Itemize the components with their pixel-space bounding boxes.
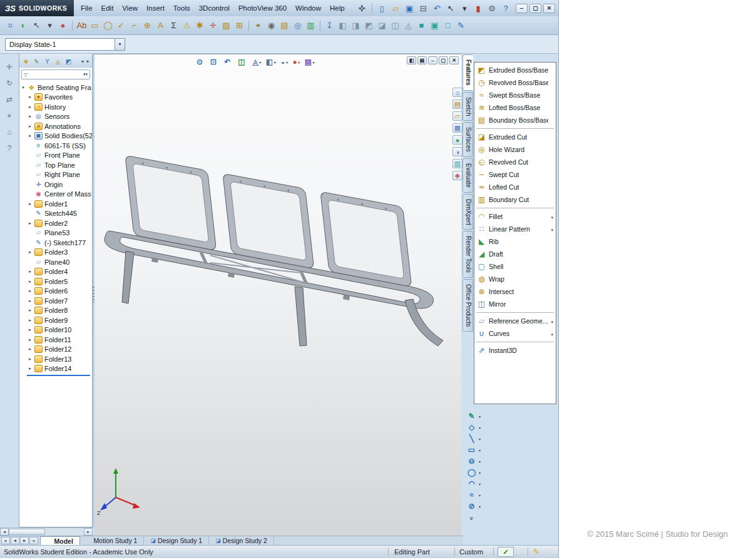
save-icon[interactable]: ▣ <box>403 2 416 15</box>
tree-item[interactable]: ▱ Front Plane <box>19 151 92 161</box>
view-isometric-icon[interactable]: ◬ <box>402 19 415 32</box>
view-front-icon[interactable]: ◧ <box>336 19 349 32</box>
tree-tabs-next-icon[interactable]: ▸ <box>85 59 91 64</box>
tree-item[interactable]: ▸ ◎ Sensors <box>19 112 92 122</box>
command-tab[interactable]: Surfaces <box>462 122 473 156</box>
appearance-sphere-icon[interactable]: ● <box>56 19 69 32</box>
weld-symbol-icon[interactable]: ⌐ <box>128 19 141 32</box>
spell-check-icon[interactable]: Ab <box>75 19 88 32</box>
zoom-icon[interactable]: ⌖ <box>4 110 15 121</box>
feature-command[interactable] <box>474 126 556 131</box>
select-filter-icon[interactable]: ↖ <box>30 19 43 32</box>
feature-command[interactable]: ∼ Swept Cut <box>474 168 556 181</box>
tree-item[interactable]: ▸ Folder1 <box>19 199 92 209</box>
mass-properties-icon[interactable]: ◉ <box>265 19 278 32</box>
design-library-icon[interactable]: ▤ <box>452 99 462 109</box>
feature-command[interactable]: ∷ Linear Pattern <box>474 223 556 235</box>
tree-item[interactable]: ▸ Folder10 <box>19 325 92 335</box>
sketch-grid-icon[interactable]: ⌗ <box>4 19 17 32</box>
flyout-arrow-icon[interactable] <box>551 317 553 325</box>
rebuild-status-icon[interactable]: ✓ <box>498 547 514 557</box>
view-left-icon[interactable]: ◩ <box>362 19 376 32</box>
command-tab[interactable]: Evaluate <box>462 158 473 193</box>
menu-item[interactable]: Insert <box>142 0 169 16</box>
view-palette-icon[interactable]: ▦ <box>452 123 462 133</box>
view-top-icon[interactable]: ◫ <box>389 19 402 32</box>
line-icon[interactable]: ╲ <box>466 434 478 444</box>
shaded-view-icon[interactable]: ■ <box>415 19 428 32</box>
tree-item[interactable]: ▸ Folder12 <box>19 345 92 355</box>
menu-item[interactable]: Edit <box>97 0 118 16</box>
rebuild-icon[interactable]: ▮ <box>472 2 485 15</box>
feature-command[interactable]: ◷ Revolved Boss/Base <box>474 76 556 89</box>
surface-finish-icon[interactable]: ✓ <box>115 19 128 32</box>
rollback-bar[interactable] <box>27 375 90 376</box>
expander-icon[interactable]: ▸ <box>28 201 33 206</box>
menu-item[interactable]: PhotoView 360 <box>234 0 291 16</box>
new-document-icon[interactable]: ▯ <box>376 2 389 15</box>
rectangle-icon[interactable]: ▭ <box>466 445 478 456</box>
expander-icon[interactable]: ▸ <box>28 221 33 226</box>
flyout-arrow-icon[interactable]: ▾ <box>479 425 481 430</box>
spline-icon[interactable]: ≈ <box>466 490 478 501</box>
tree-item[interactable]: ▸ Folder7 <box>19 296 92 306</box>
datum-feature-icon[interactable]: A <box>154 19 167 32</box>
section-properties-icon[interactable]: ▤ <box>278 19 291 32</box>
performance-icon[interactable]: ▥ <box>304 19 317 32</box>
expander-icon[interactable]: ▸ <box>28 288 33 293</box>
section-view-icon[interactable]: ◫▾ <box>236 56 249 68</box>
expander-icon[interactable]: ▸ <box>28 269 33 274</box>
appearances-icon[interactable]: ● <box>452 135 462 145</box>
command-tab[interactable]: Sketch <box>462 92 473 121</box>
display-style-icon[interactable]: ◧▾ <box>264 56 277 68</box>
expander-icon[interactable]: ▸ <box>28 366 33 371</box>
feature-command[interactable]: ▤ Boundary Boss/Base <box>474 114 556 126</box>
expander-icon[interactable]: ▸ <box>28 104 33 109</box>
feature-command[interactable]: ◣ Rib <box>474 235 556 248</box>
units-selector[interactable]: Custom <box>459 548 483 556</box>
bench-leg-front-left[interactable] <box>122 251 134 303</box>
command-tab[interactable]: Office Products <box>462 279 473 332</box>
open-icon[interactable]: ▱ <box>389 2 402 15</box>
command-tab[interactable]: Render Tools <box>462 231 473 278</box>
view-back-icon[interactable]: ◨ <box>349 19 362 32</box>
print-icon[interactable]: ⊟ <box>417 2 430 15</box>
flyout-arrow-icon[interactable] <box>551 330 553 337</box>
menu-item[interactable]: Window <box>291 0 325 16</box>
note-icon[interactable]: ▭ <box>88 19 101 32</box>
expander-icon[interactable]: ▸ <box>28 124 33 129</box>
expander-icon[interactable]: ▸ <box>28 279 33 284</box>
tree-tabs-prev-icon[interactable]: ◂ <box>79 59 85 64</box>
expander-icon[interactable]: ▸ <box>28 298 33 303</box>
previous-view-icon[interactable]: ↶▾ <box>222 56 235 68</box>
feature-command[interactable]: ⇗ Instant3D <box>474 344 556 357</box>
menu-item[interactable]: View <box>118 0 142 16</box>
document-tab[interactable]: ◪ Design Study 1 <box>144 536 209 545</box>
select-pointer-icon[interactable]: ↖ <box>444 2 457 15</box>
flyout-arrow-icon[interactable]: ▾ <box>479 504 481 509</box>
featuremanager-tab-icon[interactable]: ❖ <box>21 57 31 66</box>
smart-dimension-icon[interactable]: ◇ <box>466 422 478 433</box>
flyout-arrow-icon[interactable]: ▾ <box>479 459 481 464</box>
flyout-arrow-icon[interactable]: ▾ <box>479 448 481 452</box>
tree-item[interactable]: ▸ Folder4 <box>19 267 92 277</box>
scrollbar-thumb[interactable] <box>9 529 45 535</box>
ellipse-icon[interactable]: ⊘ <box>466 501 478 512</box>
tree-item[interactable]: ✎ Sketch445 <box>19 209 92 219</box>
filter-dropdown-icon[interactable]: ▾ <box>43 19 56 32</box>
rotate-view-icon[interactable]: ↻ <box>4 78 15 89</box>
prev-tab-button[interactable]: ◂ <box>11 537 19 544</box>
file-explorer-icon[interactable]: ▱ <box>452 111 462 121</box>
help-icon[interactable]: ? <box>499 2 513 15</box>
feature-command[interactable]: ≂ Lofted Cut <box>474 181 556 193</box>
tree-item[interactable]: ▱ Top Plane <box>19 160 92 170</box>
feature-command[interactable]: ◵ Revolved Cut <box>474 156 556 168</box>
tree-item[interactable]: ▸ ▣ Solid Bodies(52) <box>19 131 92 141</box>
hatch-icon[interactable]: ▨ <box>220 19 233 32</box>
document-tab[interactable]: ◪ Model <box>40 536 80 545</box>
home-view-icon[interactable]: ⌂ <box>4 126 15 138</box>
tree-item[interactable]: ▸ Folder8 <box>19 306 92 316</box>
scroll-right-icon[interactable]: ▸ <box>84 528 93 536</box>
tree-item[interactable]: ▸ Folder13 <box>19 354 92 364</box>
move-icon[interactable]: ✛ <box>4 61 15 73</box>
